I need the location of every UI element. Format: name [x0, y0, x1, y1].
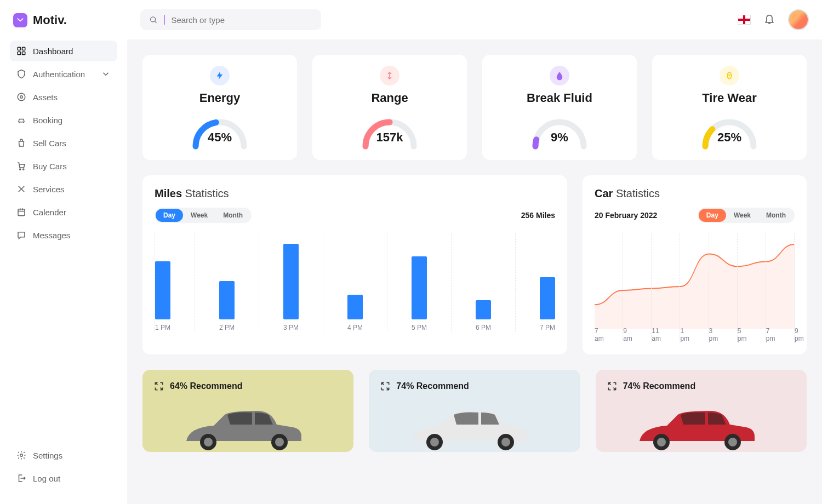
svg-point-5 — [20, 96, 23, 99]
car-tab-day[interactable]: Day — [699, 209, 726, 222]
sidebar-item-label: Sell Cars — [33, 139, 66, 148]
miles-title-bold: Miles — [155, 187, 182, 199]
car-illustration — [396, 403, 539, 452]
svg-point-31 — [728, 438, 737, 446]
car-tab-week[interactable]: Week — [726, 209, 758, 222]
metric-card: Tire Wear 25% — [652, 55, 807, 160]
shield-icon — [16, 69, 26, 79]
avatar[interactable] — [788, 9, 809, 30]
car-icon — [16, 115, 26, 125]
svg-point-25 — [430, 438, 439, 446]
metric-gauge: 9% — [529, 116, 590, 149]
svg-point-7 — [23, 169, 24, 170]
brand-logo-icon — [13, 13, 27, 27]
car-tab-month[interactable]: Month — [758, 209, 794, 222]
sidebar-item-assets[interactable]: Assets — [10, 87, 117, 107]
circle-icon — [16, 92, 26, 102]
topbar — [127, 0, 822, 39]
sidebar-item-label: Log out — [33, 474, 60, 483]
recommend-card[interactable]: 64% Recommend — [142, 370, 353, 452]
bag-icon — [16, 138, 26, 148]
sidebar-item-sell-cars[interactable]: Sell Cars — [10, 133, 117, 153]
recommend-label: 64% Recommend — [170, 381, 243, 391]
sidebar-item-label: Assets — [33, 93, 58, 102]
metric-value: 157k — [359, 130, 420, 145]
svg-rect-2 — [18, 52, 20, 55]
recycle-icon — [607, 381, 618, 392]
line-tick: 7 pm — [766, 233, 766, 342]
miles-tab-day[interactable]: Day — [156, 209, 183, 222]
sidebar-item-buy-cars[interactable]: Buy Cars — [10, 156, 117, 176]
svg-point-4 — [18, 93, 25, 101]
search-input[interactable] — [171, 15, 312, 25]
sidebar-item-label: Buy Cars — [33, 162, 67, 171]
car-tabs: Day Week Month — [698, 208, 795, 223]
charts-row: Miles Statistics Day Week Month 256 Mile… — [142, 175, 807, 354]
flag-england-icon[interactable] — [738, 15, 751, 25]
text-cursor — [164, 15, 165, 25]
miles-header: Day Week Month 256 Miles — [155, 208, 555, 223]
sidebar-item-settings[interactable]: Settings — [10, 445, 117, 466]
sidebar-item-label: Authentication — [33, 70, 85, 79]
sidebar-bottom: Settings Log out — [0, 445, 127, 491]
miles-total: 256 Miles — [521, 211, 555, 220]
sidebar-item-authentication[interactable]: Authentication — [10, 64, 117, 84]
svg-point-15 — [535, 122, 584, 170]
bar[interactable] — [540, 277, 555, 319]
svg-rect-0 — [18, 47, 20, 50]
main: Energy 45% Range 157k — [127, 0, 822, 504]
bar-label: 4 PM — [347, 324, 363, 331]
search-box[interactable] — [140, 9, 321, 30]
line-tick: 9 am — [623, 233, 623, 342]
bar[interactable] — [412, 256, 427, 319]
svg-point-21 — [204, 438, 213, 446]
metric-value: 25% — [699, 130, 760, 145]
bar-column: 7 PM — [540, 233, 555, 331]
line-tick: 1 pm — [680, 233, 680, 342]
bell-icon[interactable] — [764, 14, 775, 25]
svg-point-23 — [275, 438, 284, 446]
miles-title: Miles Statistics — [155, 187, 555, 200]
logout-icon — [16, 473, 26, 483]
miles-tab-week[interactable]: Week — [183, 209, 215, 222]
recommend-card[interactable]: 74% Recommend — [369, 370, 580, 452]
metric-value: 9% — [529, 130, 590, 145]
bar-label: 6 PM — [476, 324, 491, 331]
tools-icon — [16, 184, 26, 194]
cart-icon — [16, 161, 26, 171]
bar-column: 5 PM — [412, 233, 452, 331]
metric-icon — [720, 66, 739, 85]
sidebar-item-booking[interactable]: Booking — [10, 110, 117, 130]
svg-point-27 — [501, 438, 510, 446]
bar[interactable] — [347, 295, 363, 319]
brand-logo[interactable]: Motiv. — [0, 13, 127, 41]
metric-card: Energy 45% — [142, 55, 297, 160]
miles-title-light: Statistics — [185, 187, 229, 199]
miles-card: Miles Statistics Day Week Month 256 Mile… — [142, 175, 567, 354]
car-title: Car Statistics — [595, 187, 795, 200]
sidebar-item-messages[interactable]: Messages — [10, 225, 117, 245]
sidebar-item-label: Dashboard — [33, 47, 73, 56]
metric-title: Range — [371, 91, 408, 105]
car-header: 20 February 2022 Day Week Month — [595, 208, 795, 223]
bar[interactable] — [476, 300, 491, 319]
metric-card: Break Fluid 9% — [482, 55, 637, 160]
miles-tab-month[interactable]: Month — [215, 209, 250, 222]
line-tick: 9 pm — [794, 233, 795, 342]
sidebar-item-dashboard[interactable]: Dashboard — [10, 41, 117, 61]
bar-label: 2 PM — [219, 324, 235, 331]
calendar-icon — [16, 207, 26, 217]
svg-rect-3 — [22, 52, 25, 55]
search-icon — [149, 15, 158, 25]
metric-gauge: 45% — [190, 116, 250, 149]
bar[interactable] — [283, 244, 299, 319]
bar[interactable] — [155, 261, 170, 319]
recommend-head: 74% Recommend — [607, 381, 796, 392]
bar-column: 6 PM — [476, 233, 516, 331]
sidebar-item-services[interactable]: Services — [10, 179, 117, 199]
bar[interactable] — [219, 281, 235, 319]
car-title-light: Statistics — [616, 187, 660, 199]
recommend-card[interactable]: 74% Recommend — [596, 370, 807, 452]
sidebar-item-logout[interactable]: Log out — [10, 468, 117, 489]
sidebar-item-calendar[interactable]: Calender — [10, 202, 117, 222]
